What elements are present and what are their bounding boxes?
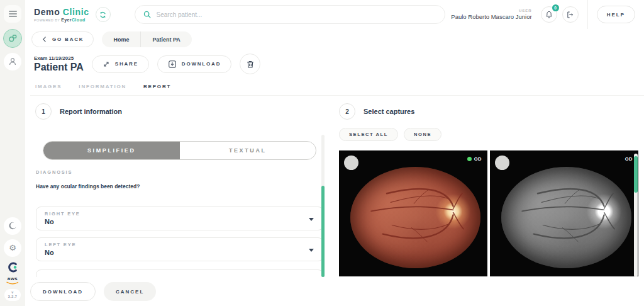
tab-information[interactable]: INFORMATION xyxy=(79,84,126,89)
go-back-button[interactable]: GO BACK xyxy=(31,31,94,47)
right-eye-label: RIGHT EYE xyxy=(45,211,314,217)
clinic-name-primary: Demo xyxy=(34,7,60,17)
step-1-circle: 1 xyxy=(35,103,52,120)
step-2-circle: 2 xyxy=(339,103,355,120)
captures-section-title: Select captures xyxy=(364,108,414,115)
select-all-button[interactable]: SELECT ALL xyxy=(339,128,398,141)
header-divider xyxy=(587,0,588,29)
scrollbar-thumb[interactable] xyxy=(321,186,325,277)
download-exam-button[interactable]: DOWNLOAD xyxy=(157,55,231,73)
capture-actions: SELECT ALL NONE xyxy=(339,128,644,141)
exam-header-row: Exam 11/19/2025 Patient PA SHARE DOWNLOA… xyxy=(34,54,644,74)
share-icon xyxy=(103,60,110,68)
footer-bar: DOWNLOAD CANCEL xyxy=(25,277,644,306)
refresh-icon xyxy=(99,11,107,19)
download-exam-label: DOWNLOAD xyxy=(182,61,221,67)
eyercloud-exam-report-page: ⚙ aws v 3.2.7 Demo Clinic POWERED BY Eye xyxy=(0,0,644,306)
user-label: USER xyxy=(451,9,531,13)
download-icon xyxy=(168,60,177,69)
toggle-textual[interactable]: TEXTUAL xyxy=(180,142,316,159)
fundus-photo-grayscale xyxy=(501,167,631,268)
exam-title-block: Exam 11/19/2025 Patient PA xyxy=(34,55,84,73)
right-eye-value: No xyxy=(45,218,314,225)
scrollbar-thumb[interactable] xyxy=(634,156,638,193)
dark-mode-toggle[interactable] xyxy=(4,217,21,235)
share-label: SHARE xyxy=(115,61,138,67)
go-back-label: GO BACK xyxy=(52,37,84,42)
chevron-left-icon xyxy=(42,36,47,43)
search-bar xyxy=(135,5,445,24)
findings-question: Have any ocular findings been detected? xyxy=(36,183,326,190)
report-step-header: 1 Report information xyxy=(35,103,326,120)
retinal-vessels xyxy=(501,167,631,268)
left-eye-select[interactable]: LEFT EYE No xyxy=(36,237,323,261)
gear-icon: ⚙ xyxy=(9,244,16,252)
green-indicator-dot xyxy=(467,157,472,161)
eye-side-label: OD xyxy=(625,156,633,162)
page-title: Patient PA xyxy=(34,62,84,73)
bell-icon xyxy=(545,10,553,20)
report-columns: 1 Report information SIMPLIFIED TEXTUAL … xyxy=(30,103,644,286)
trash-icon xyxy=(246,60,255,69)
retinal-vessels xyxy=(350,167,480,268)
right-eye-select[interactable]: RIGHT EYE No xyxy=(36,207,323,230)
eye-side-badge: OD xyxy=(625,156,633,162)
chevron-down-icon xyxy=(309,218,314,221)
breadcrumb: Home Patient PA xyxy=(102,31,191,47)
eye-side-label: OD xyxy=(474,156,482,162)
eye-side-badge: OD xyxy=(467,156,482,162)
breadcrumb-patient[interactable]: Patient PA xyxy=(140,31,191,47)
version-number: 3.2.7 xyxy=(8,295,18,300)
logout-button[interactable] xyxy=(562,6,579,23)
notifications-button[interactable]: 0 xyxy=(541,6,557,23)
person-icon xyxy=(8,57,18,67)
sidebar: ⚙ aws v 3.2.7 xyxy=(0,0,25,306)
search-input[interactable] xyxy=(157,11,437,18)
capture-card-color[interactable]: OD xyxy=(339,150,487,276)
powered-by: POWERED BY EyerCloud xyxy=(34,18,89,22)
main-content: GO BACK Home Patient PA Exam 11/19/2025 … xyxy=(25,29,644,306)
menu-icon[interactable] xyxy=(4,5,21,23)
none-button[interactable]: NONE xyxy=(404,128,441,141)
user-info: USER Paulo Roberto Mascaro Junior xyxy=(451,9,531,20)
clinic-name-accent: Clinic xyxy=(63,7,89,17)
tab-images[interactable]: IMAGES xyxy=(35,84,62,89)
retinal-camera-icon xyxy=(8,33,18,43)
report-section-title: Report information xyxy=(60,108,122,115)
left-eye-label: LEFT EYE xyxy=(45,242,314,247)
powered-by-label: POWERED BY xyxy=(34,18,60,22)
diagnosis-label: DIAGNOSIS xyxy=(36,169,326,175)
aws-logo: aws xyxy=(6,276,19,285)
chevron-down-icon xyxy=(309,249,314,252)
toggle-simplified[interactable]: SIMPLIFIED xyxy=(43,142,180,159)
brand-eyer: Eyer xyxy=(61,18,72,22)
captures-panel-scrollbar[interactable] xyxy=(634,154,638,277)
left-eye-value: No xyxy=(45,249,314,256)
version-badge: v 3.2.7 xyxy=(4,289,21,301)
download-report-button[interactable]: DOWNLOAD xyxy=(30,282,96,301)
fundus-photo-color xyxy=(350,167,480,268)
refresh-button[interactable] xyxy=(96,7,111,22)
app-header: Demo Clinic POWERED BY EyerCloud xyxy=(25,0,644,29)
report-panel-scrollbar[interactable] xyxy=(321,135,325,277)
capture-select-circle[interactable] xyxy=(344,156,358,170)
cancel-button[interactable]: CANCEL xyxy=(104,282,156,301)
tab-report[interactable]: REPORT xyxy=(143,84,171,89)
patient-icon[interactable] xyxy=(4,53,21,71)
share-button[interactable]: SHARE xyxy=(92,55,149,73)
exam-tabs: IMAGES INFORMATION REPORT xyxy=(30,84,644,96)
phelcom-logo xyxy=(8,262,18,273)
settings-button[interactable]: ⚙ xyxy=(4,239,21,257)
breadcrumb-home[interactable]: Home xyxy=(102,31,140,47)
captures-step-header: 2 Select captures xyxy=(339,103,644,120)
exam-device-icon[interactable] xyxy=(3,29,22,48)
moon-icon xyxy=(8,221,18,230)
capture-card-grayscale[interactable]: OD xyxy=(490,150,638,276)
help-button[interactable]: HELP xyxy=(597,6,635,23)
delete-exam-button[interactable] xyxy=(240,54,260,74)
clinic-name: Demo Clinic xyxy=(34,7,89,17)
search-icon xyxy=(143,10,152,19)
clinic-brand: Demo Clinic POWERED BY EyerCloud xyxy=(34,7,89,21)
brand-cloud: Cloud xyxy=(72,18,86,22)
capture-select-circle[interactable] xyxy=(495,156,509,170)
